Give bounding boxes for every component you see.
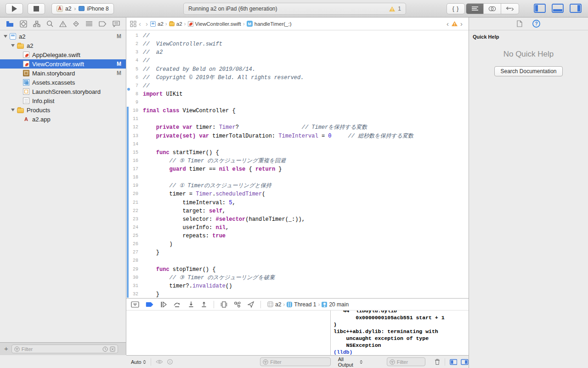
- simulate-location-button[interactable]: [248, 301, 254, 308]
- issue-navigator-tab-icon[interactable]: [59, 21, 67, 27]
- toggle-console-view-button[interactable]: [461, 359, 469, 365]
- next-issue-button[interactable]: ›: [458, 20, 465, 28]
- modified-filter-icon[interactable]: [110, 346, 115, 352]
- breakpoint-navigator-tab-icon[interactable]: [99, 21, 107, 27]
- filter-icon: [14, 346, 20, 352]
- file-row[interactable]: Products: [0, 105, 126, 115]
- step-over-button[interactable]: [173, 301, 181, 308]
- line-number: 21: [126, 199, 143, 207]
- code-line: 18: [126, 173, 469, 182]
- forward-chevron-icon[interactable]: ›: [143, 20, 150, 28]
- disclosure-triangle-icon[interactable]: [11, 109, 15, 111]
- file-label: ViewController.swift: [32, 61, 84, 68]
- code-text: private(set) var timerTotalDuration: Tim…: [143, 132, 413, 140]
- file-row[interactable]: a2: [0, 41, 126, 50]
- code-line: 4//: [126, 57, 469, 65]
- file-row[interactable]: Info.plist: [0, 96, 126, 105]
- scheme-selector[interactable]: A a2 › iPhone 8: [51, 3, 114, 14]
- swift-icon: [23, 52, 29, 58]
- file-inspector-tab-icon[interactable]: [517, 20, 522, 27]
- file-row[interactable]: ViewController.swiftM: [0, 59, 126, 69]
- change-bar: [127, 165, 129, 173]
- change-bar: [127, 257, 129, 265]
- hide-debug-area-button[interactable]: [131, 301, 139, 308]
- assets-icon: [23, 79, 29, 86]
- updown-chevron-icon: [360, 360, 362, 364]
- search-tab-icon[interactable]: [46, 20, 53, 27]
- toggle-navigator-button[interactable]: [534, 4, 546, 13]
- code-line: 20 timer = Timer.scheduledTimer(: [126, 190, 469, 198]
- file-row[interactable]: Assets.xcassets: [0, 78, 126, 87]
- code-snippet-button[interactable]: { }: [447, 3, 465, 14]
- variables-scope-dropdown[interactable]: Auto: [131, 359, 146, 365]
- back-chevron-icon[interactable]: ‹: [136, 20, 143, 28]
- modified-badge: M: [117, 61, 121, 67]
- jump-bar: ‹ › a2 › a2 › ViewController.swift › M h…: [126, 17, 469, 30]
- sb2-icon: [23, 88, 29, 95]
- clock-icon[interactable]: [102, 346, 108, 352]
- version-editor-button[interactable]: [501, 4, 519, 14]
- breakpoints-toggle-button[interactable]: [146, 302, 154, 307]
- debug-area: a2 › Thread 1 › 20 main 44 libdyld.dylib…: [126, 298, 469, 355]
- console-output-dropdown[interactable]: All Output: [338, 356, 363, 368]
- file-row[interactable]: Aa2.app: [0, 115, 126, 124]
- step-into-button[interactable]: [188, 301, 194, 308]
- info-icon[interactable]: [167, 359, 173, 365]
- thread-icon: [287, 302, 292, 307]
- step-out-button[interactable]: [201, 301, 207, 308]
- warning-count: 1: [398, 6, 401, 12]
- process-name[interactable]: a2: [275, 301, 281, 308]
- navigator-filter-field[interactable]: Filter: [11, 345, 118, 353]
- jumpbar-crumb[interactable]: handleTimer(_:): [254, 21, 292, 27]
- code-text: //: [143, 82, 149, 90]
- view-debugger-button[interactable]: [220, 301, 227, 308]
- file-row[interactable]: LaunchScreen.storyboard: [0, 87, 126, 96]
- issue-warning-icon[interactable]: [451, 21, 458, 27]
- line-number: 13: [126, 132, 143, 140]
- toggle-variables-view-button[interactable]: [450, 359, 458, 365]
- console-view[interactable]: 44 libdyld.dylib 0x0000000105acb551 star…: [330, 310, 469, 355]
- file-label: AppDelegate.swift: [32, 52, 80, 58]
- frame-name[interactable]: 20 main: [329, 301, 349, 308]
- test-navigator-tab-icon[interactable]: [73, 20, 79, 27]
- clear-console-trash-button[interactable]: [435, 358, 440, 365]
- console-output: 44 libdyld.dylib 0x0000000105acb551 star…: [334, 310, 445, 355]
- debug-navigator-tab-icon[interactable]: [85, 21, 93, 27]
- warning-icon[interactable]: [389, 6, 396, 12]
- add-button[interactable]: +: [4, 345, 8, 352]
- disclosure-triangle-icon[interactable]: [11, 44, 15, 47]
- toggle-inspector-button[interactable]: [570, 4, 582, 13]
- line-number: 25: [126, 232, 143, 240]
- search-documentation-button[interactable]: Search Documentation: [494, 66, 562, 76]
- jumpbar-crumb[interactable]: a2: [158, 21, 164, 27]
- change-bar: [127, 123, 129, 132]
- quick-help-tab-icon[interactable]: ?: [532, 20, 540, 28]
- variables-filter-field[interactable]: Filter: [260, 357, 330, 366]
- code-text: ): [143, 240, 173, 248]
- jumpbar-crumb[interactable]: ViewController.swift: [195, 21, 241, 27]
- previous-issue-button[interactable]: ‹: [444, 20, 451, 28]
- disclosure-triangle-icon[interactable]: [4, 35, 7, 38]
- thread-name[interactable]: Thread 1: [294, 301, 316, 308]
- jumpbar-crumb[interactable]: a2: [176, 21, 182, 27]
- report-navigator-tab-icon[interactable]: [113, 21, 120, 27]
- continue-button[interactable]: [160, 301, 167, 308]
- symbol-navigator-tab-icon[interactable]: [33, 21, 40, 27]
- console-filter-field[interactable]: Filter: [387, 357, 425, 366]
- file-row[interactable]: a2M: [0, 32, 126, 41]
- standard-editor-button[interactable]: [466, 4, 484, 14]
- quicklook-eye-icon[interactable]: [156, 359, 163, 364]
- memory-graph-button[interactable]: [234, 301, 241, 308]
- variables-view[interactable]: [126, 310, 330, 355]
- stop-button[interactable]: [28, 3, 45, 14]
- line-number: 30: [126, 274, 143, 282]
- source-control-tab-icon[interactable]: [20, 20, 27, 28]
- file-row[interactable]: AppDelegate.swift: [0, 50, 126, 59]
- assistant-editor-button[interactable]: [484, 4, 501, 14]
- run-button[interactable]: [6, 3, 23, 14]
- project-navigator-tab-icon[interactable]: [6, 21, 14, 27]
- file-row[interactable]: Main.storyboardM: [0, 69, 126, 78]
- related-items-icon[interactable]: [130, 21, 136, 27]
- code-area[interactable]: 1//2// ViewController.swift3// a24//5// …: [126, 30, 469, 298]
- toggle-debug-area-button[interactable]: [552, 4, 564, 13]
